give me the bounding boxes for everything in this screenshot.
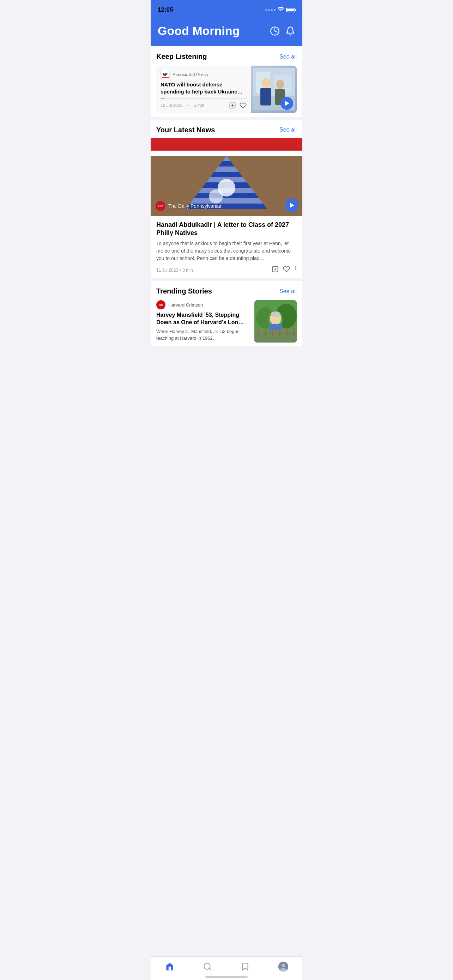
listening-card-image <box>251 65 297 113</box>
wifi-icon <box>278 7 284 13</box>
history-button[interactable] <box>270 26 280 36</box>
trending-excerpt: When Harvey C. Mansfield, Jr. '53 began … <box>156 328 250 342</box>
latest-news-card[interactable]: DP The Daily Pennsylvanian Hanadi Abdulk… <box>151 138 302 278</box>
home-indicator <box>205 976 248 978</box>
card-date: 10 Jul 2023 <box>161 103 183 108</box>
latest-news-header: Your Latest News See all <box>151 126 302 134</box>
add-to-queue-button[interactable] <box>229 102 236 109</box>
listening-card[interactable]: AP Associated Press NATO will boost defe… <box>156 65 297 113</box>
news-excerpt: To anyone that is anxious to begin their… <box>156 240 297 262</box>
notifications-button[interactable] <box>285 26 295 36</box>
trending-stories-section: Trending Stories See all HC Harvard Crim… <box>151 281 302 346</box>
source-logo: DP <box>156 201 165 211</box>
svg-rect-37 <box>272 328 273 336</box>
play-triangle-icon <box>285 101 289 106</box>
card-read-time: 5 min <box>194 103 204 108</box>
svg-rect-34 <box>254 331 297 342</box>
news-date: 11 Jul 2023 <box>156 268 178 273</box>
nav-search-button[interactable] <box>197 961 218 973</box>
news-like-button[interactable] <box>283 266 290 274</box>
svg-point-45 <box>281 964 285 967</box>
svg-point-10 <box>276 80 284 89</box>
svg-point-42 <box>204 963 210 969</box>
trending-source: HC Harvard Crimson <box>156 300 250 309</box>
card-meta: 10 Jul 2023 • 5 min <box>161 102 246 109</box>
latest-news-section: Your Latest News See all <box>151 119 302 278</box>
svg-rect-38 <box>279 328 280 336</box>
progress-fill <box>161 99 165 99</box>
svg-rect-39 <box>286 328 288 336</box>
status-time: 12:05 <box>158 6 173 13</box>
keep-listening-section: Keep Listening See all AP Associated Pre… <box>151 46 302 117</box>
nav-profile-button[interactable] <box>273 960 294 973</box>
search-icon <box>203 962 212 971</box>
signal-dots-icon <box>265 9 275 11</box>
svg-point-8 <box>262 78 270 88</box>
latest-news-title: Your Latest News <box>156 126 215 134</box>
trending-card-content: HC Harvard Crimson Harvey Mansfield '53,… <box>156 300 250 342</box>
trending-title: Trending Stories <box>156 287 212 295</box>
listening-card-content: AP Associated Press NATO will boost defe… <box>156 65 251 113</box>
trending-header: Trending Stories See all <box>156 287 297 295</box>
header-actions <box>270 26 295 36</box>
svg-rect-14 <box>151 151 302 156</box>
trending-source-name: Harvard Crimson <box>168 302 203 308</box>
svg-rect-13 <box>151 138 302 151</box>
main-content: Keep Listening See all AP Associated Pre… <box>151 46 302 377</box>
news-headline: Hanadi Abdulkadir | A letter to Class of… <box>156 221 297 237</box>
news-add-queue-button[interactable] <box>272 266 279 274</box>
news-read-time: 3 min <box>183 268 192 273</box>
latest-news-see-all[interactable]: See all <box>280 127 297 133</box>
source-overlay: DP The Daily Pennsylvanian <box>156 201 223 211</box>
trending-image-placeholder <box>254 300 297 342</box>
nav-home-button[interactable] <box>159 961 180 973</box>
card-headline: NATO will boost defense spending to help… <box>161 81 246 95</box>
profile-avatar <box>278 962 288 972</box>
keep-listening-title: Keep Listening <box>156 52 207 60</box>
play-button[interactable] <box>280 97 293 110</box>
card-actions <box>229 102 246 109</box>
svg-point-33 <box>270 312 280 317</box>
trending-card-image <box>254 300 297 342</box>
source-name: Associated Press <box>173 72 208 77</box>
news-card-body: Hanadi Abdulkadir | A letter to Class of… <box>151 216 302 278</box>
source-overlay-text: The Daily Pennsylvanian <box>168 203 223 209</box>
ap-logo: AP <box>161 70 170 79</box>
keep-listening-header: Keep Listening See all <box>156 52 297 60</box>
trending-headline: Harvey Mansfield '53, Stepping Down as O… <box>156 312 250 326</box>
svg-rect-35 <box>258 328 259 336</box>
page-title: Good Morning <box>158 24 240 38</box>
status-bar: 12:05 <box>151 0 302 18</box>
news-play-icon <box>290 203 294 208</box>
trending-see-all[interactable]: See all <box>280 288 297 294</box>
news-actions: 1 <box>272 266 297 274</box>
news-meta: 11 Jul 2023 • 3 min <box>156 266 297 274</box>
progress-bar <box>161 99 246 99</box>
harvard-logo: HC <box>156 300 165 309</box>
keep-listening-see-all[interactable]: See all <box>280 54 297 60</box>
status-icons <box>265 7 295 13</box>
news-play-button[interactable] <box>285 198 299 212</box>
trending-card[interactable]: HC Harvard Crimson Harvey Mansfield '53,… <box>156 300 297 342</box>
svg-rect-41 <box>256 330 295 331</box>
home-icon <box>165 962 174 971</box>
svg-rect-40 <box>293 328 295 336</box>
svg-rect-36 <box>265 328 266 336</box>
like-button[interactable] <box>240 102 246 109</box>
battery-icon <box>286 8 295 12</box>
svg-rect-9 <box>261 88 271 105</box>
header: Good Morning <box>151 18 302 46</box>
nav-bookmarks-button[interactable] <box>235 961 256 973</box>
card-source: AP Associated Press <box>161 70 246 79</box>
news-card-image: DP The Daily Pennsylvanian <box>151 138 302 216</box>
bookmarks-icon <box>241 962 250 971</box>
svg-line-43 <box>209 968 211 970</box>
